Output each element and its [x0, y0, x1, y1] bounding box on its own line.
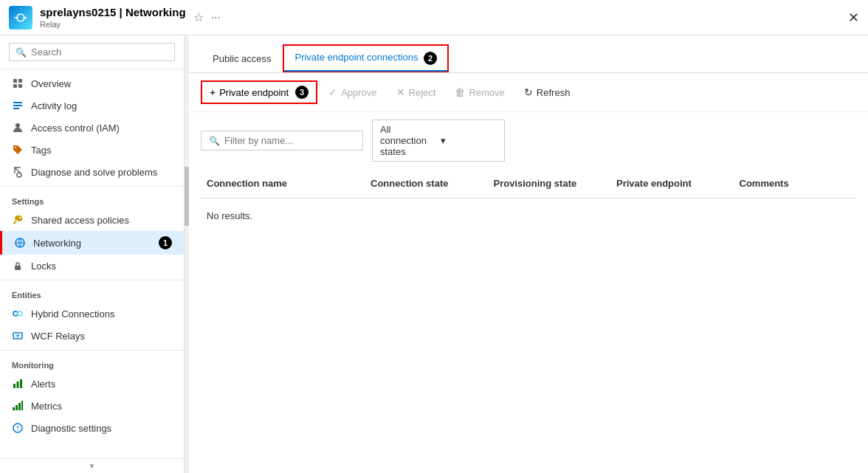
svg-rect-24	[16, 405, 18, 410]
sidebar-item-locks[interactable]: Locks	[0, 255, 184, 277]
filter-input[interactable]	[224, 135, 355, 146]
col-connection-name: Connection name	[201, 175, 365, 192]
title-left: sprelayns0215 | Networking Relay ☆ ···	[9, 6, 221, 30]
sidebar-item-overview[interactable]: Overview	[0, 72, 184, 94]
close-button[interactable]: ✕	[848, 10, 859, 26]
content-area: Public access Private endpoint connectio…	[189, 35, 868, 473]
button-label: Reject	[409, 87, 436, 98]
svg-point-11	[15, 147, 16, 148]
sidebar-item-label: Access control (IAM)	[31, 122, 120, 134]
table-header: Connection name Connection state Provisi…	[201, 169, 856, 198]
chevron-down-icon: ▾	[441, 135, 497, 146]
section-settings: Settings	[0, 186, 184, 209]
tab-public-access[interactable]: Public access	[201, 44, 283, 72]
col-comments: Comments	[734, 175, 857, 192]
svg-rect-9	[13, 108, 19, 109]
key-icon	[12, 214, 24, 226]
sidebar-item-diagnostic-settings[interactable]: Diagnostic settings	[0, 417, 184, 439]
sidebar-scrollbar	[185, 35, 189, 473]
reject-icon: ✕	[396, 86, 405, 98]
refresh-icon: ↻	[524, 86, 533, 98]
svg-rect-22	[20, 379, 22, 388]
sidebar-item-label: WCF Relays	[31, 331, 85, 342]
favorite-button[interactable]: ☆	[193, 10, 204, 24]
title-bar: sprelayns0215 | Networking Relay ☆ ··· ✕	[0, 0, 868, 35]
step-badge-1: 1	[159, 236, 172, 249]
sidebar-item-metrics[interactable]: Metrics	[0, 395, 184, 417]
sidebar-item-tags[interactable]: Tags	[0, 139, 184, 161]
svg-rect-15	[15, 266, 21, 270]
subtitle: Relay	[40, 20, 61, 29]
tab-label: Private endpoint connections	[294, 52, 418, 63]
sidebar-item-label: Diagnostic settings	[31, 423, 111, 434]
sidebar-item-label: Metrics	[31, 401, 62, 412]
approve-button[interactable]: ✓ Approve	[320, 82, 385, 103]
activity-log-icon	[12, 100, 24, 111]
col-private-endpoint: Private endpoint	[610, 175, 734, 192]
sidebar: 🔍 Overview Activity log	[0, 35, 185, 473]
svg-rect-4	[18, 79, 22, 83]
sidebar-item-activity-log[interactable]: Activity log	[0, 94, 184, 117]
scroll-down-indicator: ▼	[0, 458, 184, 473]
sidebar-scrollbar-thumb	[185, 167, 189, 226]
dropdown-label: All connection states	[380, 124, 436, 157]
refresh-button[interactable]: ↻ Refresh	[516, 82, 579, 103]
diagnose-icon	[12, 166, 24, 178]
search-input[interactable]	[31, 46, 168, 58]
search-box: 🔍	[9, 43, 175, 61]
sidebar-item-diagnose[interactable]: Diagnose and solve problems	[0, 161, 184, 183]
section-entities: Entities	[0, 280, 184, 303]
private-endpoint-button[interactable]: + Private endpoint 3	[201, 80, 317, 104]
svg-point-16	[13, 311, 18, 316]
svg-rect-26	[21, 401, 23, 410]
svg-point-29	[17, 429, 18, 431]
svg-rect-5	[13, 84, 17, 88]
app-icon	[9, 6, 32, 30]
col-connection-state: Connection state	[365, 175, 488, 192]
sidebar-item-label: Activity log	[31, 100, 77, 111]
filter-input-box: 🔍	[201, 131, 363, 151]
button-label: Approve	[341, 87, 376, 98]
plus-icon: +	[210, 86, 216, 98]
svg-rect-3	[13, 79, 17, 83]
overview-icon	[12, 77, 24, 89]
svg-point-17	[18, 311, 22, 316]
sidebar-item-label: Shared access policies	[31, 215, 129, 226]
svg-rect-7	[13, 102, 22, 103]
table-container: Connection name Connection state Provisi…	[189, 169, 868, 233]
svg-point-12	[17, 173, 21, 177]
sidebar-item-alerts[interactable]: Alerts	[0, 373, 184, 395]
svg-point-13	[19, 217, 21, 218]
svg-rect-8	[13, 105, 22, 106]
approve-icon: ✓	[328, 86, 337, 98]
alerts-icon	[12, 378, 24, 390]
sidebar-item-label: Locks	[31, 260, 56, 272]
network-icon	[14, 237, 26, 249]
svg-rect-21	[17, 381, 19, 388]
toolbar: + Private endpoint 3 ✓ Approve ✕ Reject …	[189, 73, 868, 112]
iam-icon	[12, 122, 24, 134]
search-icon: 🔍	[16, 47, 27, 58]
sidebar-nav: Overview Activity log Access control (IA…	[0, 69, 184, 458]
sidebar-item-label: Networking	[33, 238, 81, 249]
svg-point-10	[16, 123, 20, 128]
sidebar-item-access-control[interactable]: Access control (IAM)	[0, 117, 184, 139]
filter-row: 🔍 All connection states ▾	[189, 112, 868, 169]
svg-rect-23	[13, 407, 15, 410]
connection-state-dropdown[interactable]: All connection states ▾	[372, 120, 505, 162]
svg-rect-6	[18, 84, 22, 88]
tab-private-endpoint[interactable]: Private endpoint connections 2	[283, 44, 449, 72]
more-button[interactable]: ···	[211, 11, 221, 24]
sidebar-item-label: Diagnose and solve problems	[31, 167, 157, 178]
reject-button[interactable]: ✕ Reject	[388, 82, 444, 103]
sidebar-item-wcf-relays[interactable]: WCF Relays	[0, 325, 184, 347]
tags-icon	[12, 144, 24, 156]
svg-rect-25	[18, 403, 21, 410]
remove-button[interactable]: 🗑 Remove	[447, 82, 512, 103]
sidebar-item-shared-access[interactable]: Shared access policies	[0, 209, 184, 231]
sidebar-item-networking[interactable]: Networking 1	[0, 231, 184, 255]
lock-icon	[12, 260, 24, 272]
sidebar-item-hybrid-connections[interactable]: Hybrid Connections	[0, 303, 184, 325]
col-provisioning-state: Provisioning state	[488, 175, 611, 192]
section-monitoring: Monitoring	[0, 350, 184, 373]
